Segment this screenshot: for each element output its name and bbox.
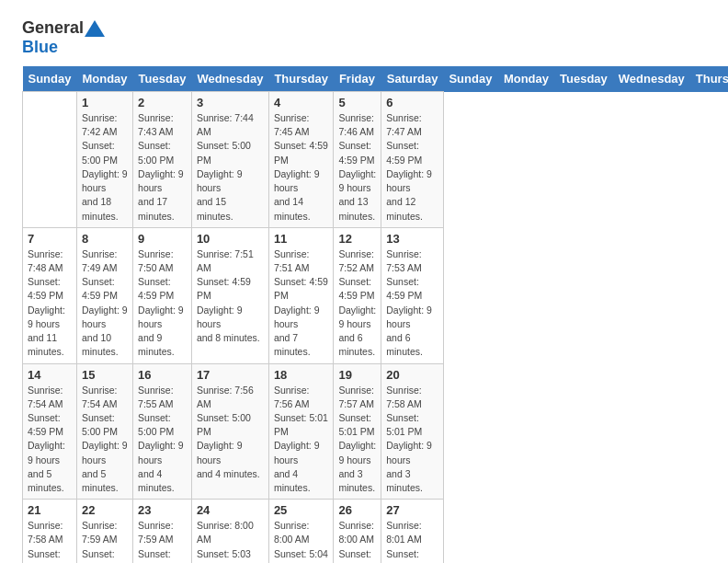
weekday-header-sunday: Sunday [443,66,497,92]
header-wednesday: Wednesday [191,66,268,92]
calendar-cell: 9Sunrise: 7:50 AM Sunset: 4:59 PM Daylig… [133,227,192,363]
day-info: Sunrise: 7:57 AM Sunset: 5:01 PM Dayligh… [338,384,376,496]
day-info: Sunrise: 7:56 AM Sunset: 5:00 PM Dayligh… [197,384,264,482]
day-info: Sunrise: 7:56 AM Sunset: 5:01 PM Dayligh… [274,384,329,496]
logo-icon [85,20,105,37]
day-number: 24 [197,503,264,517]
calendar-cell: 23Sunrise: 7:59 AM Sunset: 5:03 PM Dayli… [133,500,192,563]
day-number: 11 [274,232,329,246]
calendar-cell: 15Sunrise: 7:54 AM Sunset: 5:00 PM Dayli… [76,363,132,500]
calendar-table: SundayMondayTuesdayWednesdayThursdayFrid… [22,66,728,563]
day-info: Sunrise: 7:54 AM Sunset: 5:00 PM Dayligh… [82,384,128,496]
calendar-cell: 4Sunrise: 7:45 AM Sunset: 4:59 PM Daylig… [268,92,334,228]
header-sunday: Sunday [23,66,77,92]
calendar-cell: 26Sunrise: 8:00 AM Sunset: 5:05 PM Dayli… [334,500,381,563]
day-info: Sunrise: 7:52 AM Sunset: 4:59 PM Dayligh… [338,247,376,360]
day-number: 25 [274,503,329,517]
day-info: Sunrise: 7:46 AM Sunset: 4:59 PM Dayligh… [338,111,376,224]
day-number: 7 [28,232,72,246]
day-number: 17 [197,368,264,382]
day-info: Sunrise: 8:00 AM Sunset: 5:05 PM Dayligh… [338,519,376,563]
day-info: Sunrise: 7:48 AM Sunset: 4:59 PM Dayligh… [28,247,72,360]
day-number: 27 [386,503,438,517]
calendar-cell: 12Sunrise: 7:52 AM Sunset: 4:59 PM Dayli… [334,227,381,363]
day-number: 16 [138,368,187,382]
weekday-header-thursday: Thursday [690,66,728,92]
day-number: 21 [28,503,72,517]
logo: General Blue [22,18,105,57]
calendar-week-0: 1Sunrise: 7:42 AM Sunset: 5:00 PM Daylig… [23,92,729,228]
day-number: 20 [386,368,438,382]
calendar-cell: 18Sunrise: 7:56 AM Sunset: 5:01 PM Dayli… [268,363,334,500]
day-info: Sunrise: 7:58 AM Sunset: 5:01 PM Dayligh… [386,384,438,496]
calendar-cell: 11Sunrise: 7:51 AM Sunset: 4:59 PM Dayli… [268,227,334,363]
logo-general-text: General [22,18,84,38]
calendar-cell: 14Sunrise: 7:54 AM Sunset: 4:59 PM Dayli… [23,363,77,500]
calendar-cell: 10Sunrise: 7:51 AM Sunset: 4:59 PM Dayli… [191,227,268,363]
day-info: Sunrise: 7:47 AM Sunset: 4:59 PM Dayligh… [386,111,438,224]
calendar-cell: 3Sunrise: 7:44 AM Sunset: 5:00 PM Daylig… [191,92,268,228]
day-number: 4 [274,96,329,109]
day-info: Sunrise: 7:49 AM Sunset: 4:59 PM Dayligh… [82,247,128,360]
day-number: 26 [338,503,376,517]
calendar-cell: 24Sunrise: 8:00 AM Sunset: 5:03 PM Dayli… [191,500,268,563]
day-info: Sunrise: 7:51 AM Sunset: 4:59 PM Dayligh… [274,247,329,360]
day-info: Sunrise: 7:44 AM Sunset: 5:00 PM Dayligh… [197,111,264,224]
day-number: 8 [82,232,128,246]
calendar-cell: 19Sunrise: 7:57 AM Sunset: 5:01 PM Dayli… [334,363,381,500]
calendar-cell: 8Sunrise: 7:49 AM Sunset: 4:59 PM Daylig… [76,227,132,363]
header-tuesday: Tuesday [133,66,192,92]
weekday-header-wednesday: Wednesday [613,66,690,92]
day-number: 9 [138,232,187,246]
day-info: Sunrise: 7:53 AM Sunset: 4:59 PM Dayligh… [386,247,438,360]
calendar-cell: 17Sunrise: 7:56 AM Sunset: 5:00 PM Dayli… [191,363,268,500]
calendar-cell: 25Sunrise: 8:00 AM Sunset: 5:04 PM Dayli… [268,500,334,563]
calendar-cell: 2Sunrise: 7:43 AM Sunset: 5:00 PM Daylig… [133,92,192,228]
day-info: Sunrise: 7:50 AM Sunset: 4:59 PM Dayligh… [138,247,187,360]
header-friday: Friday [334,66,381,92]
calendar-cell: 13Sunrise: 7:53 AM Sunset: 4:59 PM Dayli… [381,227,444,363]
weekday-header-monday: Monday [498,66,554,92]
day-info: Sunrise: 8:00 AM Sunset: 5:04 PM Dayligh… [274,519,329,563]
header-thursday: Thursday [268,66,334,92]
calendar-week-3: 21Sunrise: 7:58 AM Sunset: 5:02 PM Dayli… [23,500,729,563]
day-number: 15 [82,368,128,382]
day-number: 12 [338,232,376,246]
calendar-cell [23,92,77,228]
logo-blue-text: Blue [22,38,58,56]
day-info: Sunrise: 8:01 AM Sunset: 5:05 PM Dayligh… [386,519,438,563]
day-number: 13 [386,232,438,246]
calendar-cell: 7Sunrise: 7:48 AM Sunset: 4:59 PM Daylig… [23,227,77,363]
header-monday: Monday [76,66,132,92]
day-number: 18 [274,368,329,382]
calendar-cell: 1Sunrise: 7:42 AM Sunset: 5:00 PM Daylig… [76,92,132,228]
calendar-cell: 21Sunrise: 7:58 AM Sunset: 5:02 PM Dayli… [23,500,77,563]
day-info: Sunrise: 7:43 AM Sunset: 5:00 PM Dayligh… [138,111,187,224]
day-number: 23 [138,503,187,517]
day-info: Sunrise: 7:45 AM Sunset: 4:59 PM Dayligh… [274,111,329,224]
day-number: 10 [197,232,264,246]
calendar-header-row: SundayMondayTuesdayWednesdayThursdayFrid… [23,66,729,92]
day-number: 1 [82,96,128,109]
day-number: 5 [338,96,376,109]
day-info: Sunrise: 7:42 AM Sunset: 5:00 PM Dayligh… [82,111,128,224]
day-number: 14 [28,368,72,382]
page-header: General Blue [22,18,706,57]
calendar-cell: 27Sunrise: 8:01 AM Sunset: 5:05 PM Dayli… [381,500,444,563]
calendar-week-1: 7Sunrise: 7:48 AM Sunset: 4:59 PM Daylig… [23,227,729,363]
calendar-cell: 22Sunrise: 7:59 AM Sunset: 5:02 PM Dayli… [76,500,132,563]
weekday-header-tuesday: Tuesday [554,66,613,92]
day-number: 2 [138,96,187,109]
day-number: 6 [386,96,438,109]
day-info: Sunrise: 8:00 AM Sunset: 5:03 PM Dayligh… [197,519,264,563]
day-number: 19 [338,368,376,382]
day-info: Sunrise: 7:59 AM Sunset: 5:03 PM Dayligh… [138,519,187,563]
calendar-cell: 5Sunrise: 7:46 AM Sunset: 4:59 PM Daylig… [334,92,381,228]
calendar-cell: 6Sunrise: 7:47 AM Sunset: 4:59 PM Daylig… [381,92,444,228]
day-info: Sunrise: 7:54 AM Sunset: 4:59 PM Dayligh… [28,384,72,496]
svg-marker-0 [85,20,105,37]
day-number: 3 [197,96,264,109]
calendar-cell: 16Sunrise: 7:55 AM Sunset: 5:00 PM Dayli… [133,363,192,500]
day-info: Sunrise: 7:51 AM Sunset: 4:59 PM Dayligh… [197,247,264,346]
calendar-cell: 20Sunrise: 7:58 AM Sunset: 5:01 PM Dayli… [381,363,444,500]
